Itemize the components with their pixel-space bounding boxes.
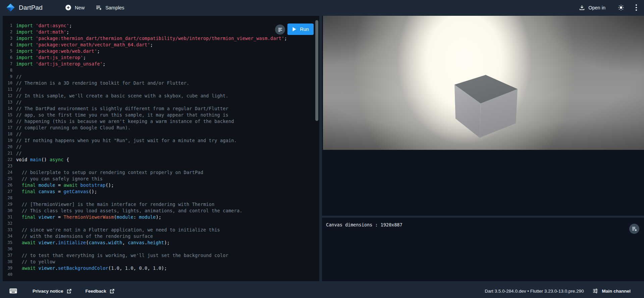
code-line[interactable]: 10// Thermion is a 3D rendering toolkit … (3, 80, 319, 86)
code-text: import 'dart:js_interop_unsafe'; (16, 61, 106, 67)
cube-3d (323, 16, 644, 150)
code-line[interactable]: 4import 'package:vector_math/vector_math… (3, 42, 319, 48)
line-number: 36 (3, 246, 16, 252)
code-line[interactable]: 28 (3, 195, 319, 201)
app-footer: Privacy notice Feedback Dart 3.5.0-284.0… (0, 284, 644, 298)
code-line[interactable]: 39 await viewer.setBackgroundColor(1.0, … (3, 265, 319, 271)
code-line[interactable]: 1import 'dart:async'; (3, 23, 319, 29)
clear-console-button[interactable] (629, 224, 639, 234)
code-line[interactable]: 12// In this sample, we'll create a basi… (3, 93, 319, 99)
new-button[interactable]: New (65, 4, 85, 11)
code-line[interactable]: 37 // to test that everything is working… (3, 252, 319, 259)
code-text: // [ThermionViewer] is the main interfac… (16, 201, 214, 208)
code-line[interactable]: 33 // since we're not in a Flutter appli… (3, 227, 319, 233)
more-vert-icon (635, 4, 637, 11)
code-line[interactable]: 13// (3, 99, 319, 105)
line-number: 6 (3, 54, 16, 61)
code-line[interactable]: 36 (3, 246, 319, 252)
code-text: import 'package:thermion_dart/thermion_d… (16, 35, 287, 42)
render-canvas[interactable] (323, 16, 644, 150)
line-number: 13 (3, 99, 16, 105)
code-line[interactable]: 18// (3, 131, 319, 137)
format-code-button[interactable] (275, 25, 285, 35)
code-line[interactable]: 23 (3, 163, 319, 169)
brightness-icon (618, 4, 625, 11)
code-line[interactable]: 9// (3, 74, 319, 80)
code-line[interactable]: 31 final viewer = ThermionViewerWasm(mod… (3, 214, 319, 220)
code-text: // app, so the first time you run this s… (16, 112, 228, 118)
line-number: 5 (3, 48, 16, 54)
code-editor-panel: 1import 'dart:async';2import 'dart:math'… (3, 16, 319, 281)
open-in-button[interactable]: Open in (579, 4, 605, 11)
code-line[interactable]: 25 // you can safely ignore this (3, 176, 319, 182)
samples-button-label: Samples (105, 5, 124, 10)
main-area: 1import 'dart:async';2import 'dart:math'… (0, 15, 644, 284)
format-icon (278, 27, 283, 32)
channel-selector-button[interactable]: Main channel (592, 288, 631, 294)
line-number: 12 (3, 93, 16, 99)
line-number: 35 (3, 240, 16, 246)
line-number: 38 (3, 259, 16, 265)
code-text: void main() async { (16, 157, 69, 163)
code-line[interactable]: 15// app, so the first time you run this… (3, 112, 319, 118)
code-line[interactable]: 30 // This class lets you load assets, l… (3, 208, 319, 214)
code-editor[interactable]: 1import 'dart:async';2import 'dart:math'… (3, 16, 319, 281)
code-line[interactable]: 27 final canvas = getCanvas(); (3, 188, 319, 195)
code-line[interactable]: 22void main() async { (3, 157, 319, 163)
line-number: 20 (3, 144, 16, 150)
new-button-label: New (75, 5, 85, 10)
line-number: 30 (3, 208, 16, 214)
code-line[interactable]: 35 await viewer.initialize(canvas.width,… (3, 240, 319, 246)
code-line[interactable]: 17// compiler running on Google Cloud Ru… (3, 125, 319, 131)
code-line[interactable]: 26 final module = await bootstrap(); (3, 182, 319, 188)
code-text: // boilerplate to setup our rendering co… (16, 169, 203, 176)
code-line[interactable]: 5import 'package:web/web.dart'; (3, 48, 319, 54)
code-text: final module = await bootstrap(); (16, 182, 114, 188)
code-line[interactable]: 16// happening (this is because we aren'… (3, 118, 319, 125)
add-circle-icon (65, 4, 72, 11)
overflow-menu-button[interactable] (635, 4, 637, 11)
feedback-link[interactable]: Feedback (86, 289, 114, 294)
code-line[interactable]: 11// (3, 86, 319, 93)
line-number: 29 (3, 201, 16, 208)
clear-console-icon (632, 226, 637, 231)
code-line[interactable]: 14// The DartPad environment is slightly… (3, 105, 319, 112)
editor-scrollbar[interactable] (315, 20, 318, 121)
code-line[interactable]: 38 // to yellow (3, 259, 319, 265)
code-line[interactable]: 7import 'dart:js_interop_unsafe'; (3, 61, 319, 67)
keyboard-shortcuts-button[interactable] (9, 288, 17, 294)
line-number: 10 (3, 80, 16, 86)
code-text: await viewer.initialize(canvas.width, ca… (16, 240, 170, 246)
code-line[interactable]: 34 // with the dimensions of the renderi… (3, 233, 319, 240)
code-line[interactable]: 21// (3, 150, 319, 157)
code-text: // This class lets you load assets, ligh… (16, 208, 243, 214)
open-in-label: Open in (588, 5, 605, 10)
run-button[interactable]: Run (287, 24, 314, 35)
code-line[interactable]: 6import 'dart:js_interop'; (3, 54, 319, 61)
theme-toggle-button[interactable] (618, 4, 625, 11)
code-line[interactable]: 2import 'dart:math'; (3, 29, 319, 35)
frame-output-panel (322, 16, 644, 216)
line-number: 7 (3, 61, 16, 67)
code-text: // compiler running on Google Cloud Run)… (16, 125, 130, 131)
code-line[interactable]: 32 (3, 220, 319, 227)
code-line[interactable]: 40 (3, 271, 319, 278)
keyboard-icon (9, 288, 17, 294)
line-number: 26 (3, 182, 16, 188)
code-text: // with the dimensions of the rendering … (16, 233, 153, 240)
code-line[interactable]: 29 // [ThermionViewer] is the main inter… (3, 201, 319, 208)
samples-button[interactable]: Samples (95, 4, 124, 11)
line-number: 24 (3, 169, 16, 176)
code-text: final canvas = getCanvas(); (16, 188, 97, 195)
privacy-notice-link[interactable]: Privacy notice (33, 289, 71, 294)
output-column: Canvas dimensions : 644x298 (322, 16, 644, 281)
external-link-icon (66, 289, 71, 294)
code-line[interactable]: 24 // boilerplate to setup our rendering… (3, 169, 319, 176)
code-line[interactable]: 19// If nothing happens when you hit "Ru… (3, 137, 319, 144)
line-number: 8 (3, 67, 16, 74)
code-line[interactable]: 20// (3, 144, 319, 150)
run-button-label: Run (300, 27, 309, 32)
code-line[interactable]: 3import 'package:thermion_dart/thermion_… (3, 35, 319, 42)
code-line[interactable]: 8 (3, 67, 319, 74)
tune-icon (592, 288, 598, 294)
